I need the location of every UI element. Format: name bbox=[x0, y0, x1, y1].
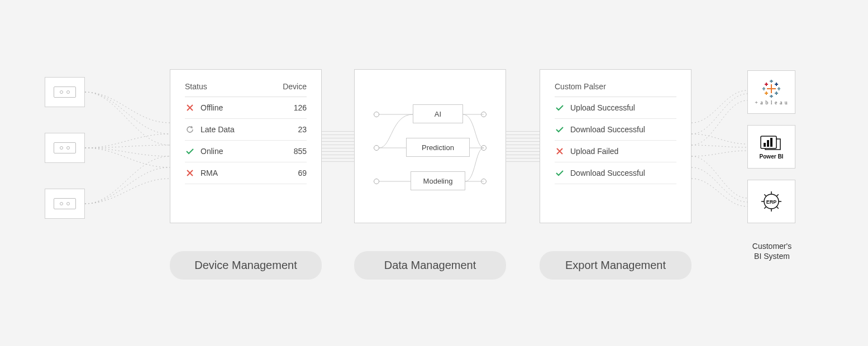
check-icon bbox=[185, 147, 195, 155]
cross-icon bbox=[185, 104, 195, 112]
bi-box-powerbi: Power BI bbox=[747, 125, 795, 169]
export-row: Download Successful bbox=[555, 162, 676, 184]
powerbi-icon bbox=[760, 134, 783, 152]
flow-left bbox=[85, 73, 170, 229]
flow-right bbox=[691, 73, 747, 240]
pill-device-management: Device Management bbox=[170, 251, 322, 280]
bi-caption-line2: BI System bbox=[754, 252, 790, 261]
device-box-3 bbox=[45, 189, 85, 219]
status-label: RMA bbox=[201, 169, 298, 177]
export-management-panel: Custom Palser Upload Successful Download… bbox=[540, 69, 691, 223]
flow-node-ai: AI bbox=[413, 104, 463, 123]
status-label: Offline bbox=[201, 103, 294, 112]
bi-box-erp: ERP bbox=[747, 180, 795, 223]
check-icon bbox=[555, 104, 565, 112]
tableau-icon bbox=[762, 79, 781, 98]
status-label: Online bbox=[201, 147, 294, 156]
tableau-label: + a b l e a u bbox=[755, 99, 788, 105]
status-row-online: Online 855 bbox=[185, 141, 307, 162]
flow-port bbox=[481, 145, 487, 151]
bi-caption: Customer's BI System bbox=[744, 241, 800, 261]
export-label: Upload Successful bbox=[570, 103, 676, 112]
flow-port bbox=[481, 179, 487, 184]
device-box-2 bbox=[45, 133, 85, 163]
pill-export-management: Export Management bbox=[540, 251, 691, 280]
data-management-panel: AI Prediction Modeling bbox=[354, 69, 506, 223]
flow-port bbox=[481, 112, 487, 117]
export-row: Upload Failed bbox=[555, 141, 676, 162]
flow-port bbox=[374, 179, 379, 184]
status-row-offline: Offline 126 bbox=[185, 97, 307, 119]
export-title: Custom Palser bbox=[555, 82, 676, 97]
check-icon bbox=[555, 126, 565, 133]
status-count: 23 bbox=[298, 125, 307, 134]
check-icon bbox=[555, 169, 565, 177]
svg-line-36 bbox=[764, 206, 766, 209]
device-management-panel: Status Device Offline 126 Late Data 23 O… bbox=[170, 69, 322, 223]
status-count: 126 bbox=[294, 103, 307, 112]
connector-ribbon-2 bbox=[506, 129, 540, 163]
status-count: 855 bbox=[294, 147, 307, 156]
svg-line-33 bbox=[776, 194, 779, 196]
status-label: Late Data bbox=[201, 125, 298, 134]
flow-node-modeling: Modeling bbox=[411, 171, 465, 190]
svg-line-34 bbox=[764, 194, 766, 196]
powerbi-label: Power BI bbox=[760, 153, 784, 160]
erp-text: ERP bbox=[766, 199, 777, 205]
bi-box-tableau: + a b l e a u bbox=[747, 70, 795, 114]
flow-node-prediction: Prediction bbox=[406, 138, 470, 157]
cross-icon bbox=[555, 147, 565, 155]
refresh-icon bbox=[185, 126, 195, 133]
pill-data-management: Data Management bbox=[354, 251, 506, 280]
bi-caption-line1: Customer's bbox=[752, 242, 791, 251]
export-label: Upload Failed bbox=[570, 147, 676, 156]
device-status-header: Status bbox=[185, 82, 207, 91]
export-label: Download Successful bbox=[570, 169, 676, 177]
flow-node-label: AI bbox=[435, 110, 441, 118]
device-box-1 bbox=[45, 77, 85, 107]
status-row-late-data: Late Data 23 bbox=[185, 119, 307, 141]
erp-icon: ERP bbox=[759, 189, 784, 214]
device-count-header: Device bbox=[283, 82, 307, 91]
svg-line-35 bbox=[776, 206, 779, 209]
svg-rect-27 bbox=[770, 138, 772, 147]
status-row-rma: RMA 69 bbox=[185, 162, 307, 184]
cross-icon bbox=[185, 169, 195, 177]
export-row: Download Successful bbox=[555, 119, 676, 141]
export-label: Download Successful bbox=[570, 125, 676, 134]
export-row: Upload Successful bbox=[555, 97, 676, 119]
flow-port bbox=[374, 145, 379, 151]
flow-node-label: Prediction bbox=[422, 143, 454, 152]
connector-ribbon-1 bbox=[322, 129, 354, 163]
diagram-canvas: Status Device Offline 126 Late Data 23 O… bbox=[0, 0, 868, 346]
svg-rect-26 bbox=[767, 140, 769, 147]
flow-node-label: Modeling bbox=[423, 177, 453, 185]
svg-rect-25 bbox=[764, 143, 766, 147]
status-count: 69 bbox=[298, 169, 307, 177]
flow-port bbox=[374, 112, 379, 117]
